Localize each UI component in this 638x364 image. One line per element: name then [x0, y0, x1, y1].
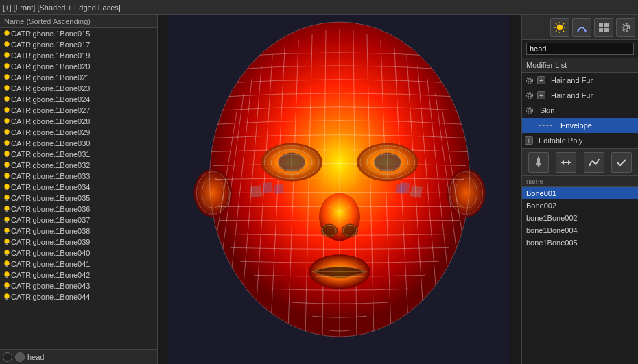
- svg-line-96: [563, 30, 565, 32]
- svg-point-71: [342, 223, 358, 237]
- svg-rect-39: [6, 243, 8, 245]
- svg-point-42: [5, 261, 10, 266]
- circle-dark: [3, 352, 12, 362]
- list-item[interactable]: CATRigbone.1Bone043: [0, 280, 157, 291]
- bulb-icon: [3, 227, 11, 235]
- pin-button[interactable]: [528, 152, 549, 173]
- svg-point-48: [5, 294, 10, 299]
- svg-rect-77: [274, 184, 284, 194]
- list-item[interactable]: CATRigbone.1Bone035: [0, 193, 157, 204]
- bulb-icon: [3, 95, 11, 104]
- list-item[interactable]: CATRigbone.1Bone019: [0, 50, 157, 61]
- bone-list-item[interactable]: bone1Bone004: [522, 224, 638, 236]
- modifier-plus-button[interactable]: +: [537, 91, 545, 99]
- list-item-label: CATRigbone.1Bone015: [11, 29, 90, 38]
- list-item-label: CATRigbone.1Bone017: [11, 40, 90, 49]
- grid-icon[interactable]: [594, 18, 613, 37]
- modifier-plus-button[interactable]: +: [537, 76, 545, 84]
- list-item-label: CATRigbone.1Bone043: [11, 282, 90, 290]
- bone-list-item[interactable]: bone1Bone002: [522, 212, 638, 224]
- list-item[interactable]: CATRigbone.1Bone015: [0, 28, 157, 39]
- list-item[interactable]: CATRigbone.1Bone028: [0, 116, 157, 127]
- bulb-icon: [3, 150, 11, 158]
- list-item-label: CATRigbone.1Bone023: [11, 84, 90, 93]
- list-item[interactable]: CATRigbone.1Bone021: [0, 72, 157, 83]
- list-item[interactable]: CATRigbone.1Bone030: [0, 138, 157, 149]
- list-item-label: CATRigbone.1Bone031: [11, 150, 90, 158]
- bulb-icon: [3, 128, 11, 136]
- svg-point-20: [5, 141, 10, 145]
- modifier-item[interactable]: +Hair and Fur: [522, 73, 638, 88]
- list-item[interactable]: CATRigbone.1Bone036: [0, 204, 157, 215]
- svg-point-44: [5, 272, 10, 277]
- list-item-label: CATRigbone.1Bone029: [11, 128, 90, 136]
- svg-rect-25: [6, 167, 8, 168]
- bulb-icon: [3, 161, 11, 169]
- modifier-item[interactable]: Skin: [522, 103, 638, 118]
- modifier-item[interactable]: +Hair and Fur: [522, 88, 638, 103]
- svg-point-34: [5, 217, 10, 222]
- check-button[interactable]: [611, 152, 632, 173]
- list-item[interactable]: CATRigbone.1Bone029: [0, 127, 157, 138]
- sun-icon[interactable]: [550, 18, 569, 37]
- list-item-label: CATRigbone.1Bone040: [11, 249, 90, 257]
- bulb-icon: [3, 183, 11, 191]
- list-item[interactable]: CATRigbone.1Bone027: [0, 105, 157, 116]
- svg-rect-102: [604, 28, 609, 32]
- svg-rect-3: [6, 46, 8, 47]
- list-item[interactable]: CATRigbone.1Bone042: [0, 269, 157, 280]
- list-item[interactable]: CATRigbone.1Bone040: [0, 247, 157, 258]
- list-item[interactable]: CATRigbone.1Bone017: [0, 39, 157, 50]
- list-item-label: CATRigbone.1Bone041: [11, 260, 90, 268]
- svg-point-6: [5, 64, 10, 69]
- gear-mod-icon: [525, 90, 534, 100]
- plus-box-icon[interactable]: +: [525, 136, 533, 145]
- modifier-label: Skin: [540, 106, 554, 114]
- list-item[interactable]: CATRigbone.1Bone031: [0, 149, 157, 160]
- modifier-list: +Hair and Fur+Hair and FurSkinEnvelope+E…: [522, 73, 638, 149]
- right-panel: Modifier List +Hair and Fur+Hair and Fur…: [521, 15, 638, 364]
- viewport-top-bar: [+] [Front] [Shaded + Edged Faces]: [0, 0, 638, 15]
- bone-list-item[interactable]: Bone001: [522, 187, 638, 199]
- bulb-icon: [3, 40, 11, 49]
- list-item[interactable]: CATRigbone.1Bone038: [0, 226, 157, 236]
- bone-list-left[interactable]: CATRigbone.1Bone015CATRigbone.1Bone017CA…: [0, 28, 157, 349]
- gear-icon[interactable]: [616, 18, 635, 37]
- bulb-icon: [3, 282, 11, 290]
- bone-list-item[interactable]: bone1Bone005: [522, 236, 638, 249]
- svg-rect-27: [6, 178, 8, 179]
- move-button[interactable]: [556, 152, 576, 173]
- modifier-item[interactable]: +Editable Poly: [522, 133, 638, 148]
- list-item[interactable]: CATRigbone.1Bone024: [0, 94, 157, 105]
- svg-point-38: [5, 239, 10, 244]
- arc-icon[interactable]: [572, 18, 591, 37]
- bone-list-right[interactable]: Bone001Bone002bone1Bone002bone1Bone004bo…: [522, 187, 638, 364]
- list-item[interactable]: CATRigbone.1Bone044: [0, 291, 157, 302]
- svg-rect-23: [6, 156, 8, 157]
- list-item[interactable]: CATRigbone.1Bone032: [0, 160, 157, 171]
- svg-rect-35: [6, 221, 8, 223]
- svg-rect-17: [6, 123, 8, 124]
- svg-rect-9: [6, 79, 8, 80]
- curve-button[interactable]: [584, 152, 604, 173]
- svg-rect-31: [6, 199, 8, 201]
- svg-point-36: [5, 228, 10, 233]
- gear-mod-icon: [525, 75, 534, 85]
- list-item[interactable]: CATRigbone.1Bone039: [0, 236, 157, 247]
- svg-marker-115: [561, 160, 564, 165]
- bone-list-item[interactable]: Bone002: [522, 199, 638, 212]
- object-name-input[interactable]: [526, 43, 634, 55]
- list-item[interactable]: CATRigbone.1Bone037: [0, 215, 157, 226]
- svg-rect-111: [537, 158, 540, 163]
- svg-rect-37: [6, 232, 8, 234]
- list-item[interactable]: CATRigbone.1Bone034: [0, 182, 157, 193]
- modifier-item[interactable]: Envelope: [522, 118, 638, 133]
- right-toolbar-top: [522, 15, 638, 40]
- list-item[interactable]: CATRigbone.1Bone023: [0, 83, 157, 94]
- svg-line-95: [556, 23, 557, 25]
- bulb-icon: [3, 194, 11, 202]
- list-item[interactable]: CATRigbone.1Bone041: [0, 258, 157, 269]
- list-item[interactable]: CATRigbone.1Bone033: [0, 171, 157, 182]
- viewport-3d[interactable]: [158, 15, 521, 364]
- list-item[interactable]: CATRigbone.1Bone020: [0, 61, 157, 72]
